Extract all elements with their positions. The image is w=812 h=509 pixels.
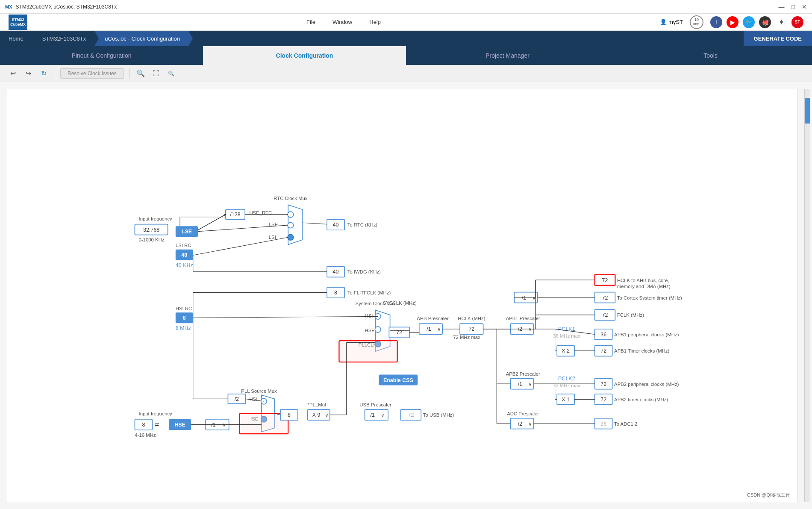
apb2-x1: X 1 bbox=[562, 397, 570, 403]
close-button[interactable]: ✕ bbox=[802, 3, 807, 10]
menu-window[interactable]: Window bbox=[332, 19, 352, 25]
ahb-prescaler-label: AHB Prescaler bbox=[417, 316, 449, 321]
maximize-button[interactable]: □ bbox=[791, 3, 795, 10]
pllmul-value: 8 bbox=[288, 412, 291, 418]
resolve-clock-issues-button[interactable]: Resolve Clock Issues bbox=[60, 68, 124, 79]
titlebar: MX STM32CubeMX uCos.ioc: STM32F103C8Tx —… bbox=[0, 0, 812, 14]
apb2-timer-label: APB2 timer clocks (MHz) bbox=[614, 397, 668, 402]
tab-tools[interactable]: Tools bbox=[609, 46, 812, 65]
svg-point-6 bbox=[288, 212, 294, 218]
breadcrumb-current[interactable]: uCos.ioc - Clock Configuration bbox=[94, 31, 188, 46]
menu-file[interactable]: File bbox=[306, 19, 315, 25]
breadcrumb-device[interactable]: STM32F103C8Tx bbox=[32, 31, 95, 46]
breadcrumb-current-label: uCos.ioc - Clock Configuration bbox=[105, 35, 180, 42]
titlebar-left: MX STM32CubeMX uCos.ioc: STM32F103C8Tx bbox=[5, 4, 117, 10]
svg-point-7 bbox=[288, 222, 294, 228]
fclk-label: FCLK (MHz) bbox=[617, 312, 644, 318]
tab-pinout-label: Pinout & Configuration bbox=[71, 52, 131, 59]
apb1-timer-value: 72 bbox=[600, 348, 606, 354]
user-icon: 👤 bbox=[660, 19, 667, 25]
zoom-out-button[interactable]: 🔍 bbox=[165, 68, 177, 79]
clock-diagram-svg: Input frequency 32.768 0-1000 KHz LSE LS… bbox=[7, 89, 797, 502]
adc-prescaler-label: ADC Prescaler bbox=[507, 411, 539, 416]
svg-text:∨: ∨ bbox=[381, 412, 385, 418]
apb1-periph-label: APB1 peripheral clocks (MHz) bbox=[614, 332, 679, 337]
hclk-label: HCLK (MHz) bbox=[458, 316, 485, 321]
logo-box: STM32 CubeMX bbox=[9, 15, 27, 30]
pllmul-label: *PLLMul bbox=[308, 402, 326, 407]
minimize-button[interactable]: — bbox=[779, 3, 785, 10]
ahb-div: /1 bbox=[427, 326, 431, 332]
breadcrumb-home[interactable]: Home bbox=[0, 31, 32, 46]
svg-text:⇄: ⇄ bbox=[155, 421, 159, 427]
app-logo: STM32 CubeMX bbox=[9, 15, 27, 30]
footer-text: CSDN @Qf要找工作 bbox=[747, 492, 790, 498]
toolbar: ↩ ↪ ↻ Resolve Clock Issues 🔍 ⛶ 🔍 bbox=[0, 65, 812, 82]
apb1-prescaler-label: APB1 Prescaler bbox=[506, 316, 540, 321]
menu-items: File Window Help bbox=[44, 19, 643, 25]
st-icon[interactable]: ST bbox=[791, 16, 803, 28]
apb1-periph-value: 36 bbox=[600, 332, 606, 338]
fclk-value: 72 bbox=[602, 312, 608, 318]
undo-button[interactable]: ↩ bbox=[7, 68, 19, 79]
refresh-button[interactable]: ↻ bbox=[38, 68, 50, 79]
usb-div: /1 bbox=[371, 412, 375, 418]
lsi-rc-label: LSI RC bbox=[176, 243, 191, 248]
svg-point-8 bbox=[288, 234, 294, 240]
hclk-output-label2: memory and DMA (MHz) bbox=[617, 284, 671, 289]
enable-css-btn: Enable CSS bbox=[383, 377, 413, 383]
to-iwdg-value: 40 bbox=[333, 269, 339, 275]
usb-label: To USB (MHz) bbox=[423, 412, 454, 418]
social-icons: f ▶ 🐦 🐙 ✦ ST bbox=[710, 16, 803, 28]
tabbar: Pinout & Configuration Clock Configurati… bbox=[0, 46, 812, 65]
hsi-rc-label: HSI RC bbox=[176, 306, 192, 311]
fit-button[interactable]: ⛶ bbox=[150, 68, 162, 79]
hse-box: HSE bbox=[174, 422, 185, 428]
pll-source-mux-label: PLL Source Mux bbox=[241, 388, 277, 394]
svg-text:∨: ∨ bbox=[437, 326, 441, 332]
tab-pinout[interactable]: Pinout & Configuration bbox=[0, 46, 203, 65]
pllmul-x9: X 9 bbox=[312, 412, 321, 418]
twitter-icon[interactable]: 🐦 bbox=[743, 16, 755, 28]
network-icon[interactable]: ✦ bbox=[775, 16, 787, 28]
zoom-in-button[interactable]: 🔍 bbox=[135, 68, 147, 79]
adc-value: 36 bbox=[600, 421, 606, 427]
myst-label: myST bbox=[668, 19, 683, 25]
facebook-icon[interactable]: f bbox=[710, 16, 722, 28]
tab-tools-label: Tools bbox=[703, 52, 718, 59]
lsi-box: 40 bbox=[181, 252, 187, 258]
hse-mux-label: HSE bbox=[365, 328, 375, 333]
lsi-freq-label: 40 KHz bbox=[176, 262, 193, 268]
menubar: STM32 CubeMX File Window Help 👤 myST 10a… bbox=[0, 14, 812, 31]
logo-text-1: STM32 bbox=[12, 18, 24, 22]
rtc-clock-mux-label: RTC Clock Mux bbox=[274, 196, 308, 201]
clock-diagram: Input frequency 32.768 0-1000 KHz LSE LS… bbox=[7, 89, 797, 502]
hse-input-freq-value: 8 bbox=[142, 422, 145, 428]
youtube-icon[interactable]: ▶ bbox=[727, 16, 738, 28]
lse-input-freq-label: Input frequency bbox=[139, 216, 173, 221]
window-controls: — □ ✕ bbox=[779, 3, 807, 10]
hsi-pll-div: /2 bbox=[235, 396, 239, 402]
myst-button[interactable]: 👤 myST bbox=[660, 19, 683, 25]
github-icon[interactable]: 🐙 bbox=[759, 16, 771, 28]
tab-clock[interactable]: Clock Configuration bbox=[203, 46, 406, 65]
menu-right: 👤 myST 10ann. f ▶ 🐦 🐙 ✦ ST bbox=[660, 15, 803, 29]
redo-button[interactable]: ↪ bbox=[22, 68, 34, 79]
apb2-periph-value: 72 bbox=[600, 381, 606, 387]
to-iwdg-label: To IWDG (KHz) bbox=[347, 269, 381, 274]
to-rtc-label: To RTC (KHz) bbox=[347, 222, 378, 227]
hclk-output-label: HCLK to AHB bus, core, bbox=[617, 278, 669, 283]
app-icon: MX bbox=[5, 4, 12, 9]
menu-help[interactable]: Help bbox=[369, 19, 381, 25]
lse-box: LSE bbox=[182, 229, 192, 235]
breadcrumb-bar: Home STM32F103C8Tx uCos.ioc - Clock Conf… bbox=[0, 31, 812, 46]
generate-code-button[interactable]: GENERATE CODE bbox=[744, 31, 812, 46]
hsi-box: 8 bbox=[183, 315, 186, 321]
apb2-prescaler-label: APB2 Prescaler bbox=[506, 371, 540, 377]
tab-project[interactable]: Project Manager bbox=[406, 46, 609, 65]
scrollbar-thumb[interactable] bbox=[805, 98, 810, 124]
apb2-periph-label: APB2 peripheral clocks (MHz) bbox=[614, 382, 679, 387]
tab-project-label: Project Manager bbox=[485, 52, 530, 59]
vertical-scrollbar[interactable] bbox=[804, 89, 810, 502]
hclk-max: 72 MHz max bbox=[453, 335, 480, 340]
